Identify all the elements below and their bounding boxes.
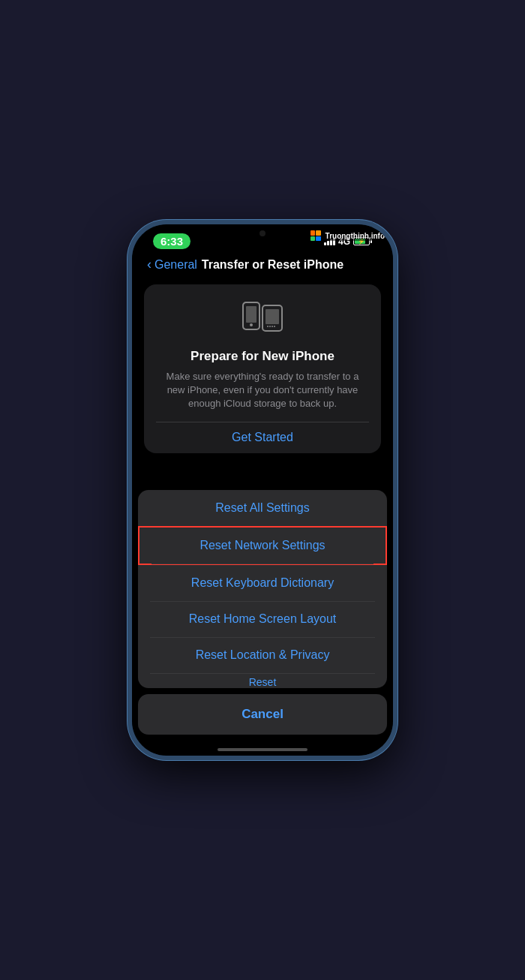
home-indicator [218,748,308,751]
action-sheet-group: Reset All Settings Reset Network Setting… [138,490,387,688]
get-started-button[interactable]: Get Started [232,431,293,444]
svg-point-8 [274,326,275,327]
cancel-button[interactable]: Cancel [138,694,387,735]
svg-rect-1 [246,306,256,323]
signal-bar-4 [333,238,335,245]
page-title: Transfer or Reset iPhone [197,258,348,272]
reset-partial-button[interactable]: Reset [138,673,387,688]
network-type: 4G [338,236,350,247]
back-button[interactable]: ‹ General [147,257,197,272]
signal-bar-1 [324,242,326,245]
reset-location-privacy-button[interactable]: Reset Location & Privacy [138,637,387,673]
nav-bar: ‹ General Transfer or Reset iPhone [132,252,393,278]
status-bar: 6:33 4G ⚡ [132,224,393,252]
divider [156,422,369,422]
reset-home-screen-layout-button[interactable]: Reset Home Screen Layout [138,601,387,637]
svg-rect-4 [266,309,279,324]
lightning-icon: ⚡ [358,238,365,245]
screen: 6:33 4G ⚡ [132,224,393,756]
prepare-card: Prepare for New iPhone Make sure everyth… [144,284,381,453]
svg-point-6 [269,326,271,327]
phone-frame: 6:33 4G ⚡ [128,220,398,760]
signal-bar-3 [330,239,332,245]
chevron-left-icon: ‹ [147,257,152,272]
reset-network-settings-button[interactable]: Reset Network Settings [138,526,387,565]
prepare-description: Make sure everything's ready to transfer… [156,370,369,411]
svg-point-2 [250,323,253,326]
prepare-title: Prepare for New iPhone [190,349,334,364]
signal-bars [324,238,335,245]
status-time: 6:33 [153,233,190,249]
action-sheet: Reset All Settings Reset Network Setting… [132,490,393,756]
reset-keyboard-dictionary-button[interactable]: Reset Keyboard Dictionary [138,565,387,601]
phone-transfer-icon [240,299,285,340]
battery-body: ⚡ [353,237,370,245]
battery-icon: ⚡ [353,237,372,245]
signal-bar-2 [327,241,329,245]
back-label: General [154,258,197,272]
battery-tip [370,239,372,243]
svg-point-5 [267,326,268,327]
reset-all-settings-button[interactable]: Reset All Settings [138,490,387,526]
svg-point-7 [272,326,273,327]
status-right: 4G ⚡ [324,236,372,247]
